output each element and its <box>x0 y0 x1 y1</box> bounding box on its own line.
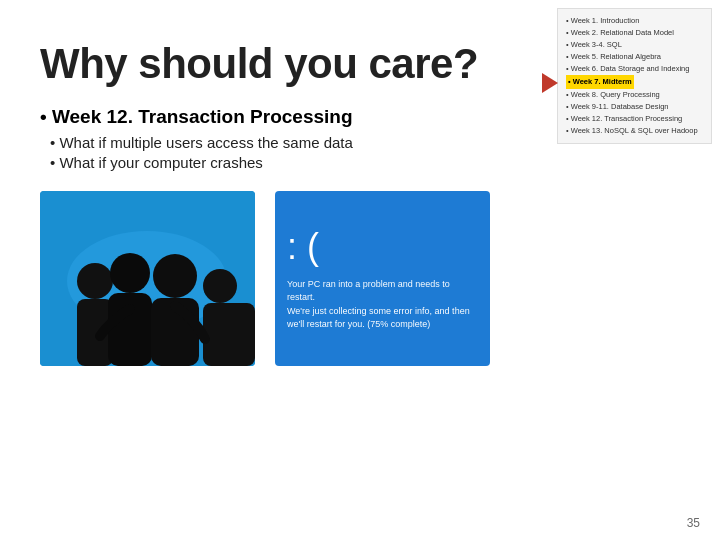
bsod-screen: : ( Your PC ran into a problem and needs… <box>275 191 490 366</box>
slide: • Week 1. Introduction • Week 2. Relatio… <box>0 0 720 540</box>
side-panel-item: • Week 12. Transaction Processing <box>566 113 703 125</box>
bsod-image: : ( Your PC ran into a problem and needs… <box>275 191 490 366</box>
svg-point-2 <box>77 263 113 299</box>
bsod-line3: we'll restart for you. (75% complete) <box>287 319 430 329</box>
side-panel-item: • Week 13. NoSQL & SQL over Hadoop <box>566 125 703 137</box>
silhouette-scene <box>40 191 255 366</box>
side-panel-item: • Week 9-11. Database Design <box>566 101 703 113</box>
side-panel: • Week 1. Introduction • Week 2. Relatio… <box>557 8 712 144</box>
bsod-line2: We're just collecting some error info, a… <box>287 306 470 316</box>
images-row: : ( Your PC ran into a problem and needs… <box>40 191 680 366</box>
side-panel-item: • Week 3-4. SQL <box>566 39 703 51</box>
side-panel-item: • Week 8. Query Processing <box>566 89 703 101</box>
bsod-face: : ( <box>287 226 478 268</box>
bsod-line1: Your PC ran into a problem and needs to … <box>287 279 450 303</box>
silhouette-image <box>40 191 255 366</box>
svg-point-8 <box>203 269 237 303</box>
svg-rect-9 <box>203 303 255 366</box>
side-panel-item: • Week 5. Relational Algebra <box>566 51 703 63</box>
svg-rect-5 <box>108 293 152 366</box>
svg-point-4 <box>110 253 150 293</box>
page-number: 35 <box>687 516 700 530</box>
side-panel-item: • Week 1. Introduction <box>566 15 703 27</box>
svg-point-6 <box>153 254 197 298</box>
side-panel-item: • Week 6. Data Storage and Indexing <box>566 63 703 75</box>
silhouette-svg <box>40 191 255 366</box>
arrow-indicator <box>542 73 558 93</box>
side-panel-item: • Week 2. Relational Data Model <box>566 27 703 39</box>
side-panel-highlighted-item: • Week 7. Midterm <box>566 75 634 89</box>
bullet-item-2: What if your computer crashes <box>50 154 680 171</box>
bsod-text: Your PC ran into a problem and needs to … <box>287 278 478 332</box>
